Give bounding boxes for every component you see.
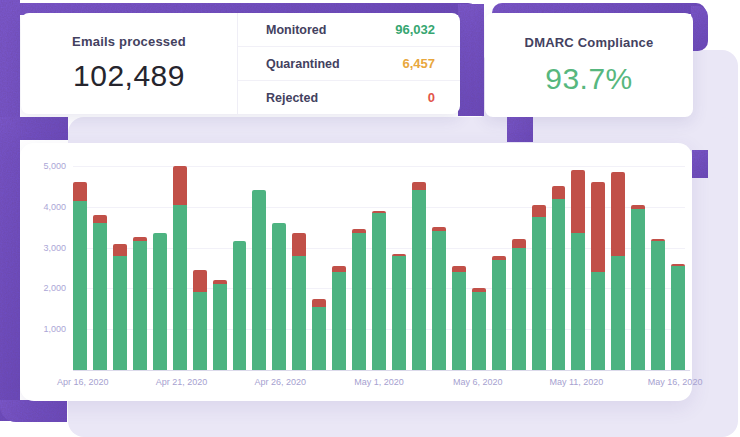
monitored-segment xyxy=(552,199,566,370)
monitored-segment xyxy=(193,292,207,370)
bar-apr-20-2020[interactable] xyxy=(153,166,167,370)
monitored-segment xyxy=(452,272,466,370)
purple-texture-leg xyxy=(507,117,533,142)
bar-may-13-2020[interactable] xyxy=(611,166,625,370)
quarantined-segment xyxy=(73,182,87,200)
monitored-segment xyxy=(352,233,366,370)
stats-card: Emails processed 102,489 Monitored96,032… xyxy=(21,13,460,114)
monitored-segment xyxy=(252,190,266,370)
monitored-segment xyxy=(512,248,526,370)
y-tick-label: 5,000 xyxy=(22,161,66,171)
monitored-segment xyxy=(532,217,546,370)
bar-apr-21-2020[interactable] xyxy=(173,166,187,370)
y-tick-label: 4,000 xyxy=(22,202,66,212)
bar-apr-16-2020[interactable] xyxy=(73,166,87,370)
monitored-segment xyxy=(432,231,446,370)
quarantined-segment xyxy=(93,215,107,223)
bar-may-7-2020[interactable] xyxy=(492,166,506,370)
monitored-segment xyxy=(492,260,506,370)
bar-may-9-2020[interactable] xyxy=(532,166,546,370)
bar-apr-30-2020[interactable] xyxy=(352,166,366,370)
bar-may-16-2020[interactable] xyxy=(671,166,685,370)
x-axis-line xyxy=(73,370,690,371)
dmarc-title: DMARC Compliance xyxy=(525,35,654,50)
bar-apr-19-2020[interactable] xyxy=(133,166,147,370)
monitored-segment xyxy=(631,209,645,370)
monitored-segment xyxy=(292,256,306,370)
bar-apr-24-2020[interactable] xyxy=(233,166,247,370)
quarantined-segment xyxy=(611,172,625,256)
x-tick-label: Apr 26, 2020 xyxy=(255,377,307,387)
quarantined-segment xyxy=(512,239,526,247)
monitored-segment xyxy=(611,256,625,370)
bar-apr-22-2020[interactable] xyxy=(193,166,207,370)
monitored-segment xyxy=(392,256,406,370)
purple-texture-card-gap xyxy=(458,4,484,116)
x-tick-label: May 16, 2020 xyxy=(648,377,703,387)
bar-may-11-2020[interactable] xyxy=(571,166,585,370)
bar-may-12-2020[interactable] xyxy=(591,166,605,370)
stat-label: Quarantined xyxy=(266,57,340,71)
y-tick-label: 2,000 xyxy=(22,283,66,293)
stat-row: Quarantined6,457 xyxy=(238,47,460,81)
bar-may-3-2020[interactable] xyxy=(412,166,426,370)
purple-texture-left-bar xyxy=(0,0,20,421)
bar-apr-25-2020[interactable] xyxy=(252,166,266,370)
bar-apr-23-2020[interactable] xyxy=(213,166,227,370)
monitored-segment xyxy=(591,272,605,370)
stat-label: Rejected xyxy=(266,91,318,105)
chart-card: 1,0002,0003,0004,0005,000 Apr 16, 2020Ap… xyxy=(20,143,692,401)
x-tick-label: Apr 21, 2020 xyxy=(156,377,208,387)
bar-may-2-2020[interactable] xyxy=(392,166,406,370)
purple-texture-right-hook xyxy=(691,6,708,51)
quarantined-segment xyxy=(312,299,326,307)
bar-may-14-2020[interactable] xyxy=(631,166,645,370)
bar-may-10-2020[interactable] xyxy=(552,166,566,370)
monitored-segment xyxy=(93,223,107,370)
bar-chart-plot xyxy=(73,166,685,370)
stat-label: Monitored xyxy=(266,23,326,37)
bar-may-8-2020[interactable] xyxy=(512,166,526,370)
monitored-segment xyxy=(472,292,486,370)
quarantined-segment xyxy=(532,205,546,217)
x-tick-label: May 11, 2020 xyxy=(549,377,603,387)
dmarc-card: DMARC Compliance 93.7% xyxy=(485,13,693,117)
monitored-segment xyxy=(233,241,247,370)
bar-apr-29-2020[interactable] xyxy=(332,166,346,370)
bar-may-1-2020[interactable] xyxy=(372,166,386,370)
monitored-segment xyxy=(133,241,147,370)
bars-container xyxy=(73,166,685,370)
bar-apr-28-2020[interactable] xyxy=(312,166,326,370)
purple-texture-mid-band xyxy=(0,117,68,140)
x-tick-label: May 6, 2020 xyxy=(453,377,503,387)
quarantined-segment xyxy=(292,233,306,255)
quarantined-segment xyxy=(591,182,605,272)
quarantined-segment xyxy=(571,170,585,233)
quarantined-segment xyxy=(113,244,127,256)
stat-value: 6,457 xyxy=(402,56,435,71)
emails-processed-value: 102,489 xyxy=(73,59,185,93)
bar-apr-18-2020[interactable] xyxy=(113,166,127,370)
quarantined-segment xyxy=(193,270,207,292)
bar-may-15-2020[interactable] xyxy=(651,166,665,370)
y-tick-label: 1,000 xyxy=(22,324,66,334)
stat-row: Rejected0 xyxy=(238,81,460,114)
monitored-segment xyxy=(113,256,127,370)
bar-may-4-2020[interactable] xyxy=(432,166,446,370)
stats-rows: Monitored96,032Quarantined6,457Rejected0 xyxy=(238,13,460,114)
monitored-segment xyxy=(272,223,286,370)
bar-apr-26-2020[interactable] xyxy=(272,166,286,370)
stat-row: Monitored96,032 xyxy=(238,13,460,47)
monitored-segment xyxy=(213,284,227,370)
y-tick-label: 3,000 xyxy=(22,243,66,253)
monitored-segment xyxy=(312,307,326,370)
bar-apr-17-2020[interactable] xyxy=(93,166,107,370)
quarantined-segment xyxy=(173,166,187,205)
dmarc-inner: DMARC Compliance 93.7% xyxy=(485,13,693,117)
x-tick-label: Apr 16, 2020 xyxy=(57,377,109,387)
monitored-segment xyxy=(412,190,426,370)
bar-apr-27-2020[interactable] xyxy=(292,166,306,370)
bar-may-6-2020[interactable] xyxy=(472,166,486,370)
bar-may-5-2020[interactable] xyxy=(452,166,466,370)
quarantined-segment xyxy=(412,182,426,190)
